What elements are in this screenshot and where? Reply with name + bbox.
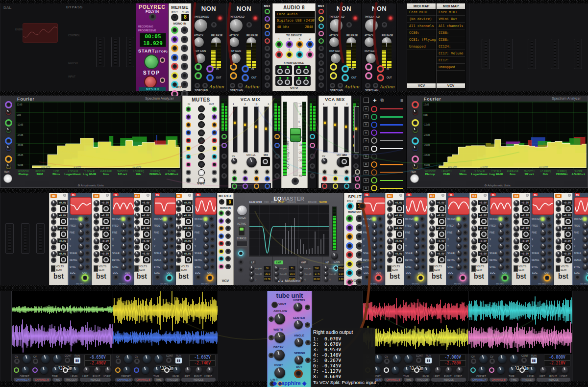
x-knob[interactable] xyxy=(456,237,462,242)
midi-map-row[interactable]: CC17: xyxy=(437,57,465,64)
param-value[interactable]: 0ms xyxy=(504,173,521,176)
out-port[interactable] xyxy=(565,219,571,224)
cv-port[interactable] xyxy=(471,232,477,237)
param-value[interactable]: Flattop xyxy=(422,173,439,176)
freq-knob[interactable] xyxy=(456,223,462,229)
detail-port[interactable] xyxy=(420,258,426,263)
strip-port[interactable] xyxy=(221,154,227,159)
out-gain-knob[interactable] xyxy=(196,53,205,63)
cv-a-port[interactable] xyxy=(471,359,476,364)
offset-knob[interactable] xyxy=(51,251,57,257)
in-left-port[interactable] xyxy=(365,63,372,71)
offset-knob[interactable] xyxy=(176,238,182,244)
run-button[interactable]: ▮▮ xyxy=(74,358,80,363)
freq-knob[interactable] xyxy=(163,223,168,229)
out-port[interactable] xyxy=(186,257,191,262)
out-port[interactable] xyxy=(375,274,382,282)
volts-semi-switch[interactable] xyxy=(387,265,392,272)
out-port[interactable] xyxy=(417,274,424,282)
strip-in-port[interactable] xyxy=(221,134,227,139)
poly-channel-port[interactable] xyxy=(219,249,224,254)
out-port[interactable] xyxy=(103,219,109,224)
channel-gain-knob[interactable] xyxy=(413,128,418,133)
freq-knob[interactable] xyxy=(121,223,126,229)
band-chip-lf[interactable]: LF xyxy=(249,260,256,264)
cable-color-checkbox[interactable]: ✕ xyxy=(364,146,368,151)
cv-port[interactable] xyxy=(387,258,392,263)
right-knob[interactable] xyxy=(445,367,452,374)
cv-port[interactable] xyxy=(134,245,140,250)
level-knob[interactable] xyxy=(528,366,536,374)
x-knob[interactable] xyxy=(121,237,126,242)
scale-knob[interactable] xyxy=(583,251,588,256)
offset-knob[interactable] xyxy=(51,238,57,244)
cv-port[interactable] xyxy=(176,232,181,237)
out-port[interactable] xyxy=(459,274,466,282)
from-device-port[interactable] xyxy=(296,79,301,85)
cv-port[interactable] xyxy=(355,169,360,175)
out-port[interactable] xyxy=(186,244,191,250)
cv-port[interactable] xyxy=(265,169,270,175)
show-button[interactable]: SHOW xyxy=(319,201,327,204)
cv-port[interactable] xyxy=(471,219,477,225)
sync-port[interactable] xyxy=(547,264,552,270)
mute-in-port[interactable] xyxy=(186,170,191,175)
eoc-port[interactable] xyxy=(71,275,76,280)
trigger-pill[interactable]: TRIGGER xyxy=(520,378,536,382)
out-port[interactable] xyxy=(481,232,487,237)
ms4-port[interactable] xyxy=(265,16,270,22)
poly-channel-port[interactable] xyxy=(171,45,178,52)
strip-port[interactable] xyxy=(310,154,315,159)
channel-b-pill[interactable]: CHANNEL B xyxy=(33,378,50,382)
band-value[interactable]: -17.6 xyxy=(313,271,320,276)
out-port[interactable] xyxy=(186,219,191,224)
select-all-checkbox[interactable] xyxy=(364,98,369,103)
scale-port[interactable] xyxy=(378,251,384,256)
cv-port[interactable] xyxy=(94,219,99,225)
cable-color-checkbox[interactable]: ✕ xyxy=(364,154,368,159)
eoc-port[interactable] xyxy=(448,275,454,280)
freq-port[interactable] xyxy=(169,223,174,229)
eq-in2-port[interactable] xyxy=(238,259,244,265)
in-left-port[interactable] xyxy=(230,63,237,71)
midi-map-row[interactable]: Unmapped xyxy=(407,43,436,50)
volts-semi-switch[interactable] xyxy=(94,265,98,272)
offset-knob[interactable] xyxy=(94,238,99,244)
scale-port[interactable] xyxy=(85,251,90,256)
cable-color-checkbox[interactable]: ✕ xyxy=(364,186,368,191)
poly-channel-port[interactable] xyxy=(225,233,231,239)
out-left-port[interactable] xyxy=(330,72,337,79)
analyzer-off[interactable]: OFF xyxy=(264,201,269,204)
cv-port[interactable] xyxy=(51,232,56,237)
sync-knob[interactable] xyxy=(540,264,546,270)
angle-knob[interactable] xyxy=(294,338,303,347)
fine-knob[interactable] xyxy=(163,230,168,235)
cv-port[interactable] xyxy=(556,245,561,250)
band-knob[interactable] xyxy=(299,266,303,271)
volts-semi-switch[interactable] xyxy=(514,265,518,272)
cv-port[interactable] xyxy=(429,232,435,237)
width-cv-port[interactable] xyxy=(269,335,274,340)
out-port[interactable] xyxy=(397,257,402,262)
mute-out-port[interactable] xyxy=(212,170,217,175)
in-port[interactable] xyxy=(322,176,327,181)
offset-knob[interactable] xyxy=(514,251,519,257)
channel-a-pill[interactable]: CHANNEL A xyxy=(115,378,133,382)
mirror-led-button[interactable] xyxy=(583,217,587,221)
offset-knob[interactable] xyxy=(134,238,140,244)
in-right-port[interactable] xyxy=(242,65,249,73)
indices-pill[interactable]: INDICES xyxy=(537,378,570,382)
mute-button[interactable] xyxy=(198,169,205,176)
fine-port[interactable] xyxy=(505,230,510,235)
mute-in-port[interactable] xyxy=(186,138,191,143)
channel-a-in-port[interactable] xyxy=(470,367,476,373)
fine-knob[interactable] xyxy=(372,230,377,235)
ms4-port[interactable] xyxy=(265,38,270,44)
param-value[interactable]: 20ms xyxy=(48,173,65,176)
scope-display[interactable] xyxy=(12,291,113,354)
cv-port[interactable] xyxy=(176,258,181,263)
eoc-port[interactable] xyxy=(533,275,538,280)
out-port[interactable] xyxy=(144,244,149,250)
poly-channel-port[interactable] xyxy=(346,224,353,232)
cable-color-swatch[interactable] xyxy=(371,161,377,168)
